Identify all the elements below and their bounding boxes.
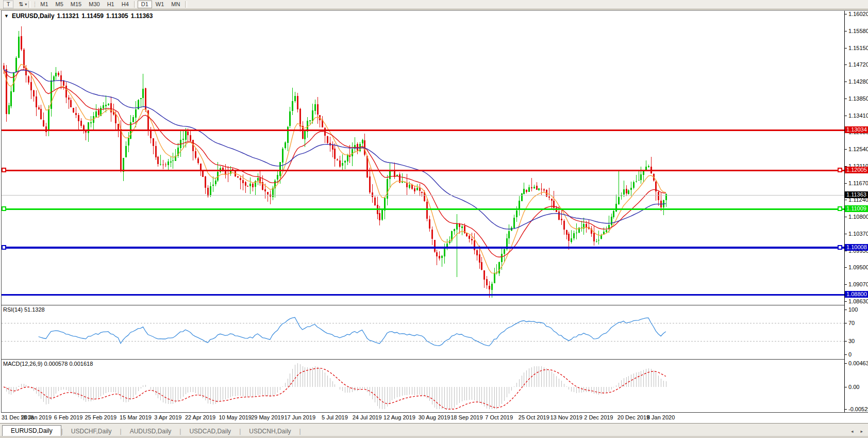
rsi-line	[39, 317, 666, 346]
date-label: 22 Apr 2019	[185, 414, 215, 420]
rsi-tick-label: 30	[848, 338, 855, 344]
price-tick-label: 1.11670	[848, 180, 868, 186]
symbol-header: ▼ EURUSD,Daily 1.11321 1.11459 1.11305 1…	[4, 12, 153, 20]
bottom-strip	[0, 436, 868, 438]
price-tick-label: 1.09500	[848, 264, 868, 270]
rsi-tick-label: 0	[848, 351, 852, 358]
price-badge-1.10008: 1.10008	[845, 244, 868, 251]
date-label: 18 Jan 2019	[21, 414, 52, 420]
date-label: 5 Jul 2019	[322, 414, 348, 420]
date-label: 25 Oct 2019	[519, 414, 549, 420]
quote-low: 1.11305	[106, 12, 128, 20]
rsi-tick-label: 100	[848, 306, 858, 313]
hline-handle-left[interactable]	[2, 168, 6, 172]
date-label: 12 Aug 2019	[383, 414, 415, 420]
macd-tick-label: 0.00463	[848, 360, 868, 366]
symbol-tabbar: EURUSD,Daily|USDCHF,Daily|AUDUSD,Daily|U…	[0, 423, 868, 436]
price-tick-label: 1.13850	[848, 95, 868, 102]
hline-handle-right[interactable]	[838, 207, 842, 210]
date-label: 15 Mar 2019	[120, 414, 152, 420]
date-label: 7 Oct 2019	[485, 414, 513, 420]
macd-histogram	[4, 363, 666, 409]
rsi-label: RSI(14) 51.1328	[3, 306, 45, 313]
price-tick-label: 1.12540	[848, 146, 868, 152]
candles	[3, 26, 667, 298]
current-price-badge: 1.11363	[845, 191, 868, 198]
tab-scroll-arrows: ◂ ▸	[851, 426, 863, 436]
date-label: 6 Feb 2019	[54, 414, 83, 420]
quote-high: 1.11459	[81, 12, 104, 20]
date-label: 3 Apr 2019	[154, 414, 181, 420]
date-label: 30 Aug 2019	[419, 414, 450, 420]
macd-tick-label: 0.00	[848, 384, 859, 390]
tab-USDCAD[interactable]: USDCAD,Daily	[181, 426, 239, 436]
hline-handle-left[interactable]	[2, 246, 6, 249]
tab-separator: |	[299, 426, 301, 436]
tabs-holder: EURUSD,Daily|USDCHF,Daily|AUDUSD,Daily|U…	[0, 425, 301, 436]
macd-label: MACD(12,26,9) 0.000578 0.001618	[3, 361, 93, 367]
date-label: 13 Nov 2019	[550, 414, 582, 420]
date-label: 2 Dec 2019	[584, 414, 613, 420]
macd-tick-label: -0.005299	[848, 406, 868, 412]
tab-USDCNH[interactable]: USDCNH,Daily	[241, 426, 299, 436]
price-tick-label: 1.10800	[848, 214, 868, 220]
price-tick-label: 1.13410	[848, 112, 868, 119]
date-label: 24 Jul 2019	[353, 414, 382, 420]
price-tick-label: 1.15150	[848, 45, 868, 51]
symbol-name: EURUSD,Daily	[12, 12, 55, 20]
price-badge-1.12005: 1.12005	[845, 167, 868, 173]
quote-open: 1.11321	[57, 12, 79, 20]
tab-USDCHF[interactable]: USDCHF,Daily	[63, 426, 120, 436]
chart-plot	[0, 0, 868, 438]
price-tick-label: 1.10370	[848, 231, 868, 237]
rsi-tick-label: 70	[848, 320, 855, 326]
price-badge-1.13034: 1.13034	[845, 126, 868, 133]
quote-close: 1.11363	[131, 12, 153, 20]
mt4-window: T ⇅ ▾ ┊ M1M5M15M30H1H4D1W1MN ▼ EURUSD,Da…	[0, 0, 868, 438]
macd-signal-line	[4, 368, 666, 409]
price-tick-label: 1.14720	[848, 61, 868, 68]
tab-AUDUSD[interactable]: AUDUSD,Daily	[122, 426, 180, 436]
date-label: 18 Sep 2019	[450, 414, 482, 420]
tab-EURUSD[interactable]: EURUSD,Daily	[2, 425, 61, 436]
price-tick-label: 1.09070	[848, 281, 868, 287]
date-label: 25 Feb 2019	[85, 414, 116, 420]
date-label: 17 Jun 2019	[284, 414, 315, 420]
price-tick-label: 1.14280	[848, 78, 868, 85]
date-label: 20 Dec 2019	[617, 414, 649, 420]
tab-scroll-right-icon[interactable]: ▸	[860, 429, 863, 434]
date-label: 8 Jan 2020	[647, 414, 675, 420]
symbol-dropdown-icon[interactable]: ▼	[4, 13, 9, 19]
date-label: 10 May 2019	[219, 414, 252, 420]
tab-scroll-left-icon[interactable]: ◂	[851, 429, 854, 434]
date-label: 29 May 2019	[251, 414, 284, 420]
hline-handle-left[interactable]	[2, 207, 6, 210]
hline-handle-right[interactable]	[838, 168, 842, 172]
price-badge-1.08800: 1.08800	[845, 291, 868, 298]
price-badge-1.11009: 1.11009	[845, 205, 868, 212]
price-tick-label: 1.15580	[848, 28, 868, 34]
hline-handle-right[interactable]	[838, 246, 842, 249]
price-tick-label: 1.16020	[848, 11, 868, 17]
price-tick-label: 1.08630	[848, 298, 868, 304]
